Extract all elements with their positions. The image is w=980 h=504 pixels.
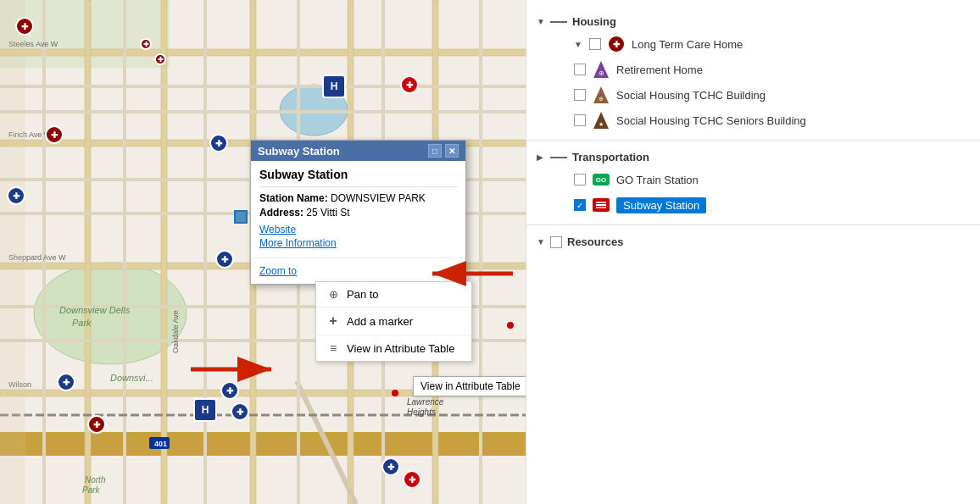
svg-text:Downsview Dells: Downsview Dells [59,305,131,315]
marker-medical-1[interactable]: ✚ [15,17,34,36]
layer-item-retirement[interactable]: ⊕ Retirement Home [543,57,980,82]
marker-blue-6[interactable]: ✚ [231,402,249,421]
svg-text:401: 401 [154,440,167,448]
layer-item-long-term-care[interactable]: ▼ ✚ Long Term Care Home [543,31,980,57]
resources-group-label: Resources [567,235,623,248]
more-info-link[interactable]: More Information [259,237,457,249]
retirement-icon: ⊕ [593,61,610,78]
svg-rect-16 [0,85,526,88]
svg-rect-11 [161,0,167,504]
address-value: 25 Vitti St [306,207,349,219]
layer-item-subway[interactable]: Subway Station [543,192,980,218]
svg-rect-9 [0,444,526,456]
popup-titlebar-buttons: □ ✕ [428,144,459,158]
marker-hospital-2[interactable]: H [193,398,217,422]
transportation-section: ▶ Transportation GO GO Train Station [526,144,980,221]
svg-rect-4 [0,49,526,56]
marker-blue-9[interactable]: ✚ [403,470,421,489]
svg-text:Oakdale Ave: Oakdale Ave [171,310,180,353]
pan-to-label: Pan to [347,288,379,301]
svg-text:Park: Park [82,485,101,495]
popup-minimize-btn[interactable]: □ [428,144,442,158]
marker-blue-2[interactable]: ✚ [209,134,228,152]
marker-blue-8[interactable]: ✚ [381,457,400,476]
retirement-label: Retirement Home [616,64,703,76]
svg-text:Heights: Heights [407,407,436,417]
social-seniors-checkbox[interactable] [574,114,586,126]
resources-checkbox[interactable] [550,236,562,248]
layer-item-go-train[interactable]: GO GO Train Station [543,167,980,192]
website-link[interactable]: Website [259,224,457,235]
marker-blue-3[interactable]: ✚ [7,186,25,205]
go-train-label: GO Train Station [616,174,699,186]
retirement-checkbox[interactable] [574,64,586,75]
layer-panel: ▼ Housing ▼ ✚ Long Term Care Home [526,0,980,504]
marker-medical-2[interactable]: ✚ [140,38,152,50]
divider-1 [526,140,980,141]
svg-rect-42 [0,0,25,504]
marker-red-1[interactable] [507,322,514,329]
housing-group-line [550,21,567,23]
housing-section: ▼ Housing ▼ ✚ Long Term Care Home [526,8,980,136]
zoom-to-link[interactable]: Zoom to [259,265,297,277]
svg-text:North: North [85,475,106,485]
popup-subtitle: Subway Station [259,168,457,187]
svg-rect-24 [203,0,207,504]
ltc-label: Long Term Care Home [632,38,743,51]
marker-medical-3[interactable]: ✚ [154,53,166,65]
pan-to-icon: ⊕ [326,288,340,301]
context-view-attribute-table[interactable]: ≡ View in Attribute Table [316,335,471,361]
subway-icon [593,197,610,213]
marker-medical-5[interactable]: ✚ [87,415,106,434]
attribute-table-icon: ≡ [326,341,340,355]
ltc-icon: ✚ [608,36,625,53]
marker-medical-4[interactable]: ✚ [400,75,419,94]
arrow-to-attribute-table [182,354,284,386]
layer-item-social-housing[interactable]: ⊕ Social Housing TCHC Building [543,82,980,108]
svg-rect-8 [0,432,526,444]
ltc-checkbox[interactable] [589,38,601,50]
selected-subway-marker [234,210,248,224]
transport-group-line [550,157,567,158]
transport-expand-arrow: ▶ [537,152,545,162]
marker-hospital-1[interactable]: H [322,75,346,98]
housing-expand-arrow: ▼ [537,17,545,26]
social-checkbox[interactable] [574,89,586,101]
map-container[interactable]: Steeles Ave W Finch Ave W Sheppard Ave W… [0,0,526,504]
svg-text:Lawrence: Lawrence [407,397,444,407]
transport-items: GO GO Train Station Subway Statio [526,167,980,218]
popup-links: Website More Information [259,224,457,249]
popup-close-btn[interactable]: ✕ [445,144,459,158]
subway-checkbox[interactable] [574,199,586,211]
housing-group-label: Housing [572,15,616,28]
go-train-icon: GO [593,171,610,188]
subway-label: Subway Station [616,197,706,213]
go-train-checkbox[interactable] [574,174,586,186]
popup-station-name: Station Name: DOWNSVIEW PARK [259,192,457,204]
context-add-marker[interactable]: + Add a marker [316,307,471,335]
attribute-table-tooltip: View in Attribute Table [413,376,526,396]
add-marker-icon: + [326,313,340,329]
marker-blue-4[interactable]: ✚ [215,250,234,269]
svg-text:Downsvi...: Downsvi... [110,373,153,383]
svg-rect-23 [123,0,126,504]
housing-group-header[interactable]: ▼ Housing [526,12,980,31]
svg-rect-22 [42,0,46,504]
transport-group-label: Transportation [572,151,649,163]
marker-red-2[interactable] [392,390,398,396]
resources-group-header[interactable]: ▼ Resources [526,232,980,252]
tooltip-text: View in Attribute Table [420,380,521,392]
transportation-group-header[interactable]: ▶ Transportation [526,147,980,167]
svg-text:⊕: ⊕ [599,96,604,102]
marker-blue-1[interactable]: ✚ [45,125,64,144]
station-name-label: Station Name: [259,192,328,204]
marker-blue-7[interactable]: ✚ [57,373,75,391]
arrow-to-more-btn [420,258,521,291]
svg-text:★: ★ [599,121,604,127]
housing-items: ▼ ✚ Long Term Care Home ⊕ [526,31,980,133]
svg-rect-27 [479,0,482,504]
layer-item-social-housing-seniors[interactable]: ★ Social Housing TCHC Seniors Building [543,108,980,133]
popup-address: Address: 25 Vitti St [259,207,457,219]
divider-2 [526,224,980,225]
popup-titlebar: Subway Station □ ✕ [251,141,465,161]
